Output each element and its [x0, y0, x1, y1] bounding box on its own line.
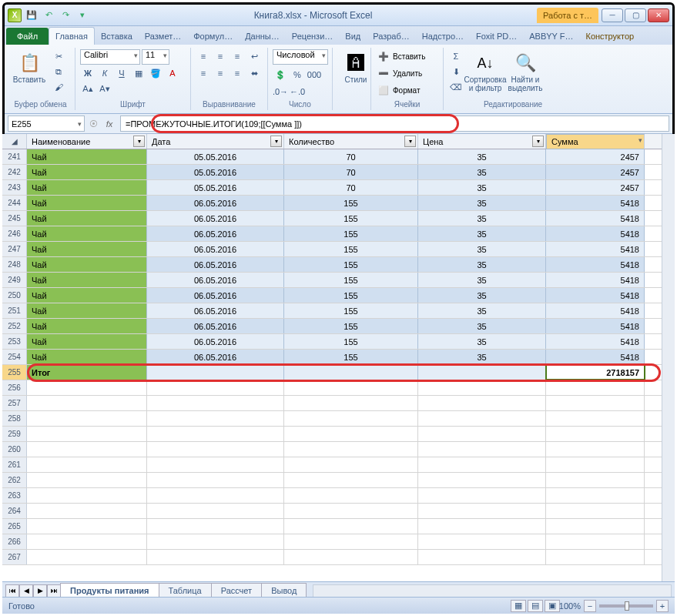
cell-empty[interactable]	[546, 488, 645, 503]
cell-qty[interactable]: 155	[284, 288, 418, 303]
horizontal-scrollbar[interactable]	[313, 584, 672, 598]
table-row[interactable]: 246Чай06.05.2016155355418	[2, 226, 675, 242]
cell-sum[interactable]: 5418	[546, 319, 645, 333]
row-header[interactable]: 242	[2, 165, 27, 179]
row-header[interactable]: 249	[2, 273, 27, 287]
clear-icon[interactable]: ⌫	[448, 80, 464, 94]
cell-empty[interactable]	[546, 504, 645, 518]
cell-empty[interactable]	[418, 519, 546, 534]
underline-button[interactable]: Ч	[114, 66, 129, 80]
cell-date[interactable]: 06.05.2016	[147, 211, 284, 226]
insert-cells-icon[interactable]: ➕	[376, 49, 391, 63]
cell-name[interactable]: Чай	[27, 180, 147, 195]
cell-qty[interactable]: 155	[284, 226, 418, 241]
cell-name[interactable]: Чай	[27, 211, 147, 226]
copy-icon[interactable]: ⧉	[51, 65, 66, 79]
cell-sum[interactable]: 5418	[546, 273, 645, 287]
filter-dropdown-icon[interactable]: ▾	[133, 136, 145, 147]
cell-empty[interactable]	[418, 457, 546, 472]
cell-sum[interactable]: 2457	[546, 149, 645, 164]
table-row[interactable]: 247Чай06.05.2016155355418	[2, 242, 675, 257]
col-header-qty[interactable]: Количество▾	[284, 134, 418, 149]
cell-empty[interactable]	[418, 550, 546, 564]
autosum-icon[interactable]: Σ	[448, 49, 464, 63]
row-header[interactable]: 264	[2, 504, 27, 518]
cell-qty[interactable]: 70	[284, 165, 418, 179]
cell-total-label[interactable]: Итог	[27, 365, 147, 380]
cell-empty[interactable]	[27, 411, 147, 426]
cell-empty[interactable]	[147, 534, 284, 549]
cell-empty[interactable]	[284, 365, 418, 380]
cell-empty[interactable]	[546, 380, 645, 395]
sheet-tab[interactable]: Вывод	[261, 583, 307, 598]
table-row[interactable]: 252Чай06.05.2016155355418	[2, 319, 675, 334]
paste-button[interactable]: 📋 Вставить	[11, 49, 48, 84]
wrap-text-icon[interactable]: ↩	[246, 49, 262, 63]
cell-date[interactable]: 06.05.2016	[147, 288, 284, 303]
percent-icon[interactable]: %	[290, 68, 305, 82]
fill-color-button[interactable]: 🪣	[148, 66, 163, 80]
cell-date[interactable]: 05.05.2016	[147, 165, 284, 179]
row-header[interactable]: 263	[2, 488, 27, 503]
table-row[interactable]: 242Чай05.05.201670352457	[2, 165, 675, 180]
cell-empty[interactable]	[284, 488, 418, 503]
cell-sum[interactable]: 5418	[546, 288, 645, 303]
cell-name[interactable]: Чай	[27, 273, 147, 287]
row-header[interactable]: 241	[2, 149, 27, 164]
zoom-slider[interactable]	[599, 604, 653, 608]
total-row[interactable]: 255Итог2718157	[2, 365, 675, 380]
align-center-icon[interactable]: ≡	[213, 66, 228, 80]
cell-empty[interactable]	[546, 550, 645, 564]
empty-row[interactable]: 258	[2, 411, 675, 427]
cell-empty[interactable]	[418, 488, 546, 503]
cell-name[interactable]: Чай	[27, 334, 147, 349]
table-row[interactable]: 249Чай06.05.2016155355418	[2, 273, 675, 288]
tab-foxit[interactable]: Foxit PD…	[470, 28, 523, 45]
cell-total-sum[interactable]: 2718157	[546, 365, 645, 380]
empty-row[interactable]: 256	[2, 380, 675, 396]
sheet-tab-active[interactable]: Продукты питания	[60, 583, 159, 598]
empty-row[interactable]: 262	[2, 473, 675, 488]
cell-empty[interactable]	[546, 457, 645, 472]
tab-view[interactable]: Вид	[339, 28, 367, 45]
cell-qty[interactable]: 155	[284, 242, 418, 256]
cell-price[interactable]: 35	[418, 226, 546, 241]
cell-price[interactable]: 35	[418, 334, 546, 349]
font-color-button[interactable]: A	[165, 66, 180, 80]
filter-dropdown-icon[interactable]: ▾	[270, 136, 282, 147]
view-break-icon[interactable]: ▣	[545, 600, 560, 612]
cell-empty[interactable]	[27, 473, 147, 487]
cell-empty[interactable]	[546, 411, 645, 426]
table-row[interactable]: 251Чай06.05.2016155355418	[2, 303, 675, 319]
cell-empty[interactable]	[546, 396, 645, 410]
cell-empty[interactable]	[147, 550, 284, 564]
cell-price[interactable]: 35	[418, 303, 546, 318]
cell-empty[interactable]	[147, 473, 284, 487]
cell-empty[interactable]	[284, 550, 418, 564]
cell-empty[interactable]	[284, 380, 418, 395]
empty-row[interactable]: 267	[2, 550, 675, 565]
cell-empty[interactable]	[284, 519, 418, 534]
cell-empty[interactable]	[284, 534, 418, 549]
align-right-icon[interactable]: ≡	[230, 66, 245, 80]
cell-empty[interactable]	[27, 380, 147, 395]
empty-row[interactable]: 259	[2, 427, 675, 442]
empty-row[interactable]: 261	[2, 457, 675, 473]
cell-qty[interactable]: 155	[284, 334, 418, 349]
cell-empty[interactable]	[418, 396, 546, 410]
cell-empty[interactable]	[147, 504, 284, 518]
close-button[interactable]: ✕	[648, 8, 669, 22]
cell-empty[interactable]	[27, 488, 147, 503]
row-header[interactable]: 266	[2, 534, 27, 549]
comma-icon[interactable]: 000	[307, 68, 322, 82]
filter-dropdown-icon[interactable]: ▾	[532, 136, 544, 147]
row-header[interactable]: 253	[2, 334, 27, 349]
name-box[interactable]: E255	[8, 116, 85, 132]
file-tab[interactable]: Файл	[6, 28, 49, 45]
row-header[interactable]: 258	[2, 411, 27, 426]
col-header-date[interactable]: Дата▾	[147, 134, 284, 149]
col-header-name[interactable]: Наименование▾	[27, 134, 147, 149]
cell-name[interactable]: Чай	[27, 257, 147, 272]
cell-empty[interactable]	[546, 473, 645, 487]
cell-price[interactable]: 35	[418, 211, 546, 226]
